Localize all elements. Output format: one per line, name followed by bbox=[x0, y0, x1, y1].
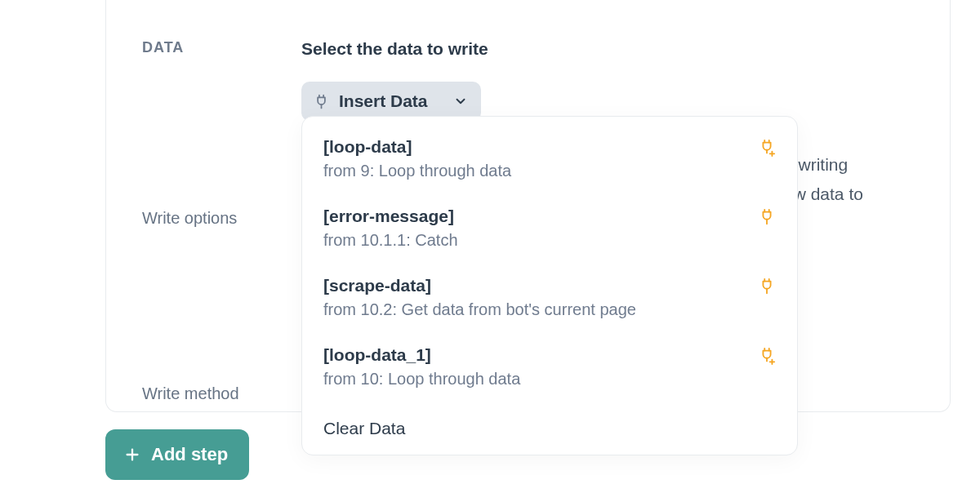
dropdown-clear-data[interactable]: Clear Data bbox=[302, 401, 797, 448]
plug-add-icon bbox=[758, 347, 776, 365]
dropdown-item-scrape-data[interactable]: [scrape-data] from 10.2: Get data from b… bbox=[302, 262, 797, 331]
section-title: Select the data to write bbox=[301, 39, 950, 59]
dropdown-item-title: [loop-data_1] bbox=[323, 345, 743, 365]
dropdown-item-title: [error-message] bbox=[323, 207, 743, 226]
label-write-method: Write method bbox=[142, 384, 301, 403]
dropdown-item-loop-data-1[interactable]: [loop-data_1] from 10: Loop through data bbox=[302, 331, 797, 401]
plus-icon bbox=[123, 446, 141, 464]
dropdown-item-title: [scrape-data] bbox=[323, 276, 743, 295]
dropdown-item-loop-data[interactable]: [loop-data] from 9: Loop through data bbox=[302, 123, 797, 193]
dropdown-item-sub: from 10: Loop through data bbox=[323, 370, 743, 389]
plug-icon bbox=[758, 208, 776, 226]
data-content: Select the data to write Insert Data bbox=[301, 39, 950, 121]
dropdown-item-sub: from 10.2: Get data from bot's current p… bbox=[323, 300, 743, 319]
dropdown-item-title: [loop-data] bbox=[323, 137, 743, 157]
plug-icon bbox=[758, 278, 776, 295]
insert-data-dropdown: [loop-data] from 9: Loop through data [e… bbox=[301, 116, 798, 455]
row-data: DATA Select the data to write Insert Dat… bbox=[106, 39, 950, 121]
insert-data-label: Insert Data bbox=[339, 91, 428, 111]
plug-icon bbox=[313, 93, 330, 110]
plug-add-icon bbox=[758, 139, 776, 157]
insert-data-button[interactable]: Insert Data bbox=[301, 82, 481, 121]
chevron-down-icon bbox=[453, 94, 468, 109]
label-write-options: Write options bbox=[142, 209, 301, 228]
label-data: DATA bbox=[142, 39, 301, 56]
add-step-button[interactable]: Add step bbox=[105, 429, 249, 480]
dropdown-item-sub: from 9: Loop through data bbox=[323, 162, 743, 180]
dropdown-item-error-message[interactable]: [error-message] from 10.1.1: Catch bbox=[302, 193, 797, 262]
add-step-label: Add step bbox=[151, 444, 228, 465]
dropdown-item-sub: from 10.1.1: Catch bbox=[323, 231, 743, 250]
